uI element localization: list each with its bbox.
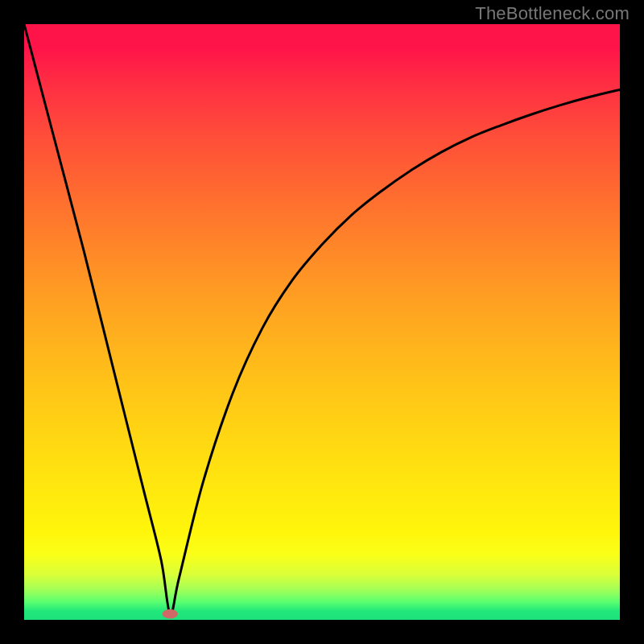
curve-layer	[24, 24, 620, 620]
watermark-text: TheBottleneck.com	[475, 3, 630, 24]
plot-area	[24, 24, 620, 620]
bottleneck-curve	[24, 24, 620, 614]
minimum-marker	[163, 609, 178, 619]
chart-frame: TheBottleneck.com	[0, 0, 644, 644]
